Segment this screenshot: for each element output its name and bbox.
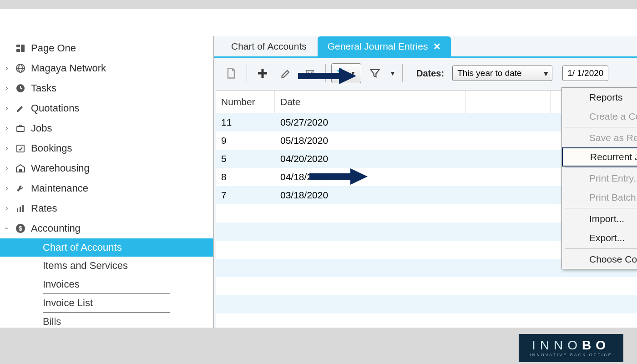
close-icon[interactable]: ✕ [433,41,441,52]
sidebar-item-magaya-network[interactable]: › Magaya Network [0,58,213,78]
menu-save-recurrent: Save as Recurrent... [562,128,637,147]
sidebar-sub-label: Bills [43,316,61,328]
sidebar: Page One › Magaya Network › Tasks › [0,36,214,328]
brand-tagline: INNOVATIVE BACK OFFICE [530,353,612,357]
cell-number: 8 [216,172,275,182]
actions-dropdown-button[interactable]: ▼ [331,63,361,83]
sidebar-item-label: Quotations [31,102,79,114]
document-icon[interactable] [221,63,241,83]
sidebar-item-label: Rates [31,202,57,214]
svg-rect-14 [20,207,21,212]
tab-chart-of-accounts[interactable]: Chart of Accounts [221,36,317,56]
svg-rect-0 [16,45,20,47]
actions-dropdown-menu: Reports ▶ Create a Copy... Save as Recur… [561,87,637,269]
menu-label: Save as Recurrent... [589,132,637,143]
table-row-empty [216,277,637,295]
svg-rect-10 [19,125,22,126]
svg-text:$: $ [19,225,22,232]
chevron-down-icon: ▼ [350,70,356,76]
sidebar-sub-items-services[interactable]: Items and Services [0,257,213,275]
separator [325,64,326,82]
cell-number: 9 [216,135,275,146]
filter-button[interactable] [365,63,385,83]
dollar-circle-icon: $ [15,222,26,234]
menu-separator [565,248,637,249]
briefcase-icon [15,122,26,134]
svg-rect-1 [16,49,20,52]
tab-general-journal-entries[interactable]: General Journal Entries ✕ [318,36,451,56]
tab-label: Chart of Accounts [231,41,307,52]
menu-choose-columns[interactable]: Choose Columns... [562,250,637,269]
sidebar-item-label: Magaya Network [31,62,106,74]
calendar-check-icon [15,142,26,154]
clock-icon [15,82,26,94]
svg-rect-11 [17,145,24,152]
menu-recurrent-entries[interactable]: Recurrent Journal Entries [562,147,637,167]
sidebar-item-maintenance[interactable]: › Maintenance [0,178,213,198]
menu-label: Create a Copy... [589,111,637,122]
cell-date: 05/27/2020 [275,117,466,128]
menu-label: Recurrent Journal Entries [590,152,637,162]
add-button[interactable] [253,63,273,83]
sidebar-item-jobs[interactable]: › Jobs [0,118,213,138]
menu-export[interactable]: Export... [562,228,637,248]
sidebar-item-label: Jobs [31,122,52,134]
menu-label: Reports [589,92,623,103]
menu-label: Print Entry... [589,173,637,184]
svg-rect-9 [17,126,24,131]
col-date[interactable]: Date [275,91,466,113]
sidebar-item-bookings[interactable]: › Bookings [0,138,213,158]
table-row-empty [216,295,637,313]
sidebar-sub-label: Chart of Accounts [43,242,122,253]
tab-label: General Journal Entries [328,41,428,52]
date-range-select[interactable]: This year to date [452,66,552,81]
dates-label: Dates: [416,68,444,79]
sidebar-item-label: Accounting [31,222,81,234]
main-panel: Chart of Accounts General Journal Entrie… [214,36,637,328]
sidebar-item-label: Maintenance [31,182,88,194]
brand-logo: INNOBO INNOVATIVE BACK OFFICE [519,334,623,362]
date-start-input[interactable]: 1/ 1/2020 [562,66,608,81]
svg-rect-15 [22,205,24,212]
cell-date: 04/20/2020 [275,153,466,164]
sidebar-item-tasks[interactable]: › Tasks [0,78,213,98]
sidebar-item-label: Warehousing [31,162,90,174]
svg-rect-13 [17,208,18,212]
pencil-icon [15,102,26,114]
menu-label: Choose Columns... [589,254,637,265]
sidebar-sub-invoice-list[interactable]: Invoice List [0,294,213,312]
sidebar-sub-bills[interactable]: Bills [0,313,213,328]
sidebar-item-label: Bookings [31,142,72,154]
window-titlebar [0,9,637,36]
sidebar-item-rates[interactable]: › Rates [0,198,213,218]
separator [247,64,247,82]
menu-separator [565,167,637,168]
sidebar-sub-label: Invoices [43,278,80,290]
sidebar-sub-chart-of-accounts[interactable]: Chart of Accounts [0,238,213,257]
menu-label: Print Batch... [589,192,637,203]
cell-date: 04/18/2020 [275,172,466,182]
sidebar-item-quotations[interactable]: › Quotations [0,98,213,118]
menu-reports[interactable]: Reports ▶ [562,88,637,107]
sidebar-item-label: Page One [31,42,76,54]
sidebar-sub-invoices[interactable]: Invoices [0,275,213,293]
sidebar-item-warehousing[interactable]: › Warehousing [0,158,213,178]
menu-import[interactable]: Import... [562,209,637,228]
menu-print-batch: Print Batch... [562,188,637,207]
separator [402,64,403,82]
warehouse-icon [15,162,26,174]
globe-icon [15,62,26,74]
app-frame: Page One › Magaya Network › Tasks › [0,9,637,328]
cell-number: 7 [216,190,275,201]
date-start-value: 1/ 1/2020 [567,68,603,78]
filter-dropdown-caret[interactable]: ▼ [389,63,397,83]
menu-create-copy: Create a Copy... [562,107,637,126]
date-range-value: This year to date [457,68,522,78]
sidebar-item-accounting[interactable]: › $ Accounting [0,218,213,238]
menu-separator [565,127,637,127]
wrench-icon [15,182,26,194]
sidebar-item-page-one[interactable]: Page One [0,38,213,58]
edit-button[interactable] [276,63,296,83]
col-number[interactable]: Number [216,91,275,113]
delete-button[interactable] [300,63,320,83]
